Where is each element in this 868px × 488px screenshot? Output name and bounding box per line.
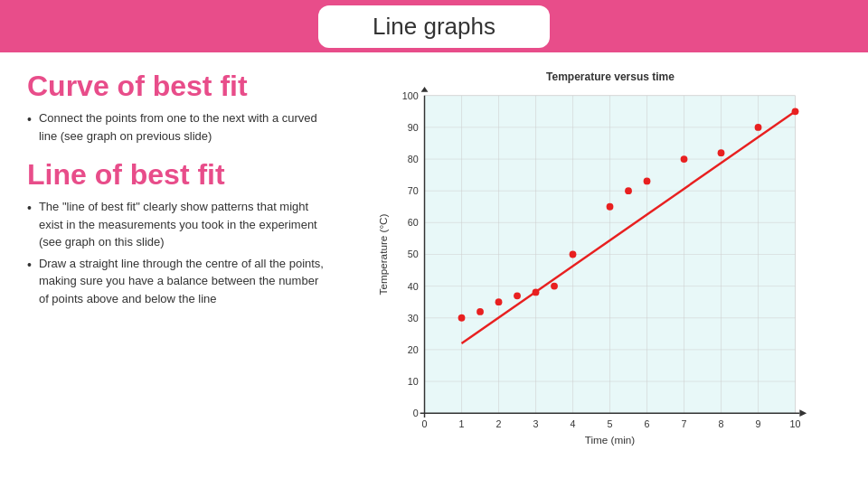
svg-point-57 (607, 203, 614, 211)
top-banner: Line graphs (0, 0, 868, 52)
svg-text:6: 6 (645, 418, 650, 429)
line-heading: Line of best fit (27, 159, 326, 191)
svg-point-63 (792, 108, 799, 115)
svg-text:7: 7 (682, 418, 687, 429)
svg-point-52 (495, 298, 503, 305)
svg-point-55 (551, 283, 558, 290)
svg-text:50: 50 (408, 249, 419, 259)
line-bullets: The "line of best fit" clearly show patt… (27, 198, 326, 307)
svg-point-54 (533, 289, 540, 296)
svg-marker-24 (421, 87, 429, 92)
svg-text:90: 90 (408, 122, 419, 133)
svg-point-51 (476, 308, 484, 315)
line-bullet-1: The "line of best fit" clearly show patt… (27, 198, 326, 251)
svg-marker-23 (799, 409, 807, 417)
svg-text:2: 2 (496, 418, 502, 429)
svg-text:8: 8 (719, 418, 724, 429)
svg-text:30: 30 (408, 313, 419, 324)
graph-area: 1 2 3 4 5 6 7 8 9 10 0 0 10 20 (371, 87, 814, 457)
curve-bullet-1: Connect the points from one to the next … (27, 109, 326, 145)
svg-point-50 (458, 314, 466, 322)
graph-title: Temperature versus time (407, 70, 814, 83)
line-bullet-2: Draw a straight line through the centre … (27, 255, 326, 308)
svg-text:80: 80 (408, 154, 419, 164)
svg-text:70: 70 (408, 185, 419, 196)
svg-point-59 (644, 178, 651, 185)
svg-text:3: 3 (533, 418, 539, 429)
svg-text:0: 0 (413, 408, 419, 418)
svg-text:10: 10 (408, 376, 419, 387)
svg-point-53 (514, 292, 521, 299)
svg-text:0: 0 (422, 418, 428, 429)
svg-text:10: 10 (790, 418, 801, 429)
curve-bullets: Connect the points from one to the next … (27, 109, 326, 145)
curve-heading: Curve of best fit (27, 70, 326, 102)
line-section: Line of best fit The "line of best fit" … (27, 159, 326, 307)
svg-text:40: 40 (408, 281, 419, 292)
right-panel: Temperature versus time (344, 70, 841, 459)
graph-svg: 1 2 3 4 5 6 7 8 9 10 0 0 10 20 (371, 87, 814, 457)
svg-text:Temperature (°C): Temperature (°C) (377, 213, 389, 295)
svg-point-58 (625, 187, 632, 194)
svg-point-60 (681, 155, 688, 163)
svg-point-56 (570, 251, 577, 258)
svg-text:5: 5 (608, 418, 613, 429)
svg-text:60: 60 (408, 217, 419, 228)
svg-point-62 (755, 124, 762, 131)
svg-text:Time (min): Time (min) (585, 434, 636, 446)
svg-text:20: 20 (408, 344, 419, 355)
curve-section: Curve of best fit Connect the points fro… (27, 70, 326, 145)
page-title: Line graphs (373, 13, 495, 40)
svg-text:4: 4 (571, 418, 576, 429)
svg-text:1: 1 (459, 418, 465, 429)
graph-container: Temperature versus time (371, 70, 814, 459)
svg-point-61 (718, 149, 725, 156)
main-content: Curve of best fit Connect the points fro… (0, 52, 868, 468)
svg-text:100: 100 (402, 90, 419, 101)
left-panel: Curve of best fit Connect the points fro… (27, 70, 326, 459)
svg-text:9: 9 (756, 418, 761, 429)
title-box: Line graphs (318, 5, 550, 48)
